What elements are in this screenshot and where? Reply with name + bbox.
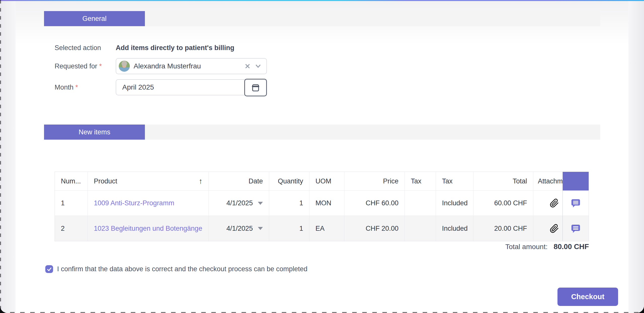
requested-for-row: Requested for * Alexandra Musterfrau [55,58,267,74]
column-header-product[interactable]: Product ↑ [88,172,209,191]
section-bar-general: General [44,11,600,26]
cell-uom: EA [309,216,344,241]
confirm-checkbox[interactable] [45,265,53,273]
cell-quantity: 1 [269,216,309,241]
x-icon[interactable] [244,63,251,69]
checkmark-icon [47,267,52,272]
cell-num: 2 [55,216,88,241]
calendar-icon [251,83,260,92]
cell-comment [563,191,589,216]
cell-product: 1023 Begleitungen und Botengänge [88,216,209,241]
cell-date[interactable]: 4/1/2025 [209,191,269,216]
requested-for-select[interactable]: Alexandra Musterfrau [116,58,267,74]
total-amount-label: Total amount: [505,243,548,251]
required-asterisk: * [75,84,78,91]
cell-price: CHF 60.00 [344,191,405,216]
required-asterisk: * [99,62,102,70]
column-header-uom[interactable]: UOM [309,172,344,191]
cell-tax2: Included [436,216,473,241]
confirmation-row: I confirm that the data above is correct… [45,265,307,273]
product-link[interactable]: 1009 Anti-Sturz-Programm [94,199,174,207]
page-gutter-left [0,1,16,313]
month-row: Month * April 2025 [55,79,267,95]
column-header-comment[interactable] [563,172,589,191]
loading-accent-bar [0,0,644,1]
patient-avatar [119,61,130,72]
cell-uom: MON [309,191,344,216]
cell-attachment [533,191,563,216]
tab-new-items-label: New items [78,128,110,136]
table-row: 1 1009 Anti-Sturz-Programm 4/1/2025 1 MO… [55,191,589,216]
caret-down-icon[interactable] [258,227,263,230]
screen-edge-dashes-bottom [0,312,644,313]
chevron-down-icon[interactable] [255,63,261,69]
table-row: 2 1023 Begleitungen und Botengänge 4/1/2… [55,216,589,241]
column-header-date[interactable]: Date [209,172,269,191]
comment-icon[interactable] [571,224,580,233]
items-table: Num... Product ↑ Date Quantity UOM Price… [55,172,589,241]
column-header-price[interactable]: Price [344,172,405,191]
tab-general-label: General [82,15,106,23]
total-amount-value: 80.00 CHF [554,243,589,251]
calendar-button[interactable] [244,79,267,96]
requested-for-label: Requested for * [55,62,116,70]
cell-tax1 [405,216,436,241]
total-amount-row: Total amount: 80.00 CHF [55,243,589,251]
column-header-num[interactable]: Num... [55,172,88,191]
cell-num: 1 [55,191,88,216]
cell-attachment [533,216,563,241]
column-header-attachments[interactable]: Attachments [533,172,563,191]
cell-total: 60.00 CHF [473,191,533,216]
month-label: Month * [55,84,116,91]
column-header-tax1[interactable]: Tax [405,172,436,191]
arrow-up-icon[interactable]: ↑ [199,177,203,185]
tab-new-items[interactable]: New items [44,125,145,140]
tab-general[interactable]: General [44,11,145,26]
checkout-button[interactable]: Checkout [557,288,618,306]
screen-edge-dashes-left [0,0,1,313]
confirm-label: I confirm that the data above is correct… [57,265,307,273]
cell-product: 1009 Anti-Sturz-Programm [88,191,209,216]
page-gutter-right [628,1,644,313]
table-header-row: Num... Product ↑ Date Quantity UOM Price… [55,172,589,191]
month-value: April 2025 [122,83,154,91]
paperclip-icon[interactable] [550,224,559,233]
month-input[interactable]: April 2025 [116,79,267,95]
column-header-quantity[interactable]: Quantity [269,172,309,191]
app-window: General Selected action Add items direct… [0,0,644,313]
cell-comment [563,216,589,241]
comment-icon[interactable] [571,199,580,208]
column-header-total[interactable]: Total [473,172,533,191]
cell-tax1 [405,191,436,216]
paperclip-icon[interactable] [550,199,559,208]
column-header-tax2[interactable]: Tax [436,172,473,191]
cell-tax2: Included [436,191,473,216]
selected-action-label: Selected action [55,44,116,52]
selected-action-value: Add items directly to patient's billing [116,44,234,52]
cell-quantity: 1 [269,191,309,216]
cell-total: 20.00 CHF [473,216,533,241]
requested-for-value: Alexandra Musterfrau [134,62,244,70]
section-bar-new-items: New items [44,125,600,140]
product-link[interactable]: 1023 Begleitungen und Botengänge [94,225,202,232]
selected-action-row: Selected action Add items directly to pa… [55,40,234,55]
cell-date[interactable]: 4/1/2025 [209,216,269,241]
caret-down-icon[interactable] [258,202,263,205]
cell-price: CHF 20.00 [344,216,405,241]
